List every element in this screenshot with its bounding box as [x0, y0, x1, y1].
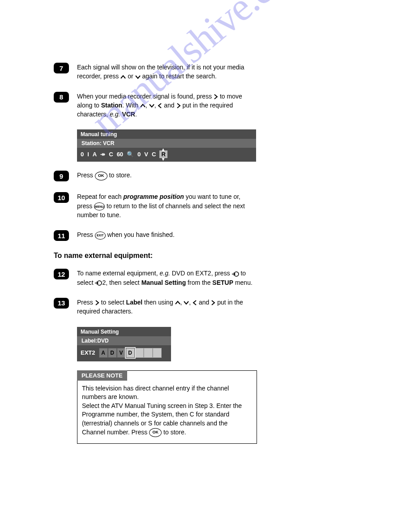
cell: V	[117, 348, 126, 358]
step-12: 12 To name external equipment, e.g. DVD …	[54, 269, 357, 287]
panel-title: Manual Setting	[77, 327, 171, 336]
text: To name external equipment,	[77, 270, 159, 277]
step-7: 7 Each signal will show on the televisio…	[54, 63, 357, 81]
text: for cable channels and the	[154, 420, 227, 427]
text: when you have finished.	[107, 231, 175, 238]
up-chevron-icon	[120, 75, 126, 79]
text: DVD on EXT2, press	[172, 270, 232, 277]
step-number: 12	[54, 269, 69, 279]
cell: C	[109, 151, 113, 158]
text: to store.	[163, 429, 186, 436]
step-number: 10	[54, 192, 69, 203]
step-text: When your media recorder signal is found…	[77, 92, 256, 119]
text: Press	[77, 299, 95, 306]
input-icon	[232, 271, 239, 277]
text: then using	[144, 299, 175, 306]
text: to store.	[109, 172, 132, 179]
section-heading: To name external equipment:	[54, 252, 357, 260]
step-11: 11 Press EXIT when you have finished.	[54, 230, 357, 241]
text-bold-italic: Step 3	[195, 402, 213, 409]
down-chevron-icon	[135, 75, 141, 79]
note-heading: PLEASE NOTE	[77, 370, 127, 381]
step-text: Each signal will show on the television,…	[77, 63, 256, 81]
panel-cells: A D V D	[99, 348, 162, 358]
cell: 60	[117, 151, 123, 158]
cell-selected: ▲ R ▼	[159, 150, 167, 158]
text-bold: SETUP	[212, 279, 233, 286]
manual-page: manualshive.com 7 Each signal will show …	[0, 0, 411, 480]
step-13: 13 Press to select Label then using , , …	[54, 298, 357, 316]
text: or	[128, 73, 135, 80]
text-bold: Station	[101, 102, 122, 109]
step-text: Repeat for each programme position you w…	[77, 192, 256, 219]
cell: I	[87, 151, 89, 158]
text: This television has direct channel entry…	[82, 385, 229, 401]
please-note-box: PLEASE NOTE This television has direct c…	[77, 370, 257, 444]
cell: V	[144, 151, 148, 158]
text-bold: System	[151, 411, 172, 418]
ok-button-icon: OK	[149, 428, 162, 437]
text: Select the	[82, 402, 111, 409]
text: , the	[137, 411, 151, 418]
text: ,	[146, 102, 149, 109]
cell: C	[152, 151, 156, 158]
cell: A	[93, 151, 97, 158]
step-10: 10 Repeat for each programme position yo…	[54, 192, 357, 219]
text: . With	[122, 102, 140, 109]
panel-row: 0 I A ↠ C 60 🔍 0 V C ▲ R ▼	[77, 148, 256, 162]
arrow-icon: ↠	[100, 151, 105, 158]
panel-subtitle: Station: VCR	[77, 139, 256, 148]
step-text: Press EXIT when you have finished.	[77, 230, 256, 239]
step-9: 9 Press OK to store.	[54, 171, 357, 181]
step-8: 8 When your media recorder signal is fou…	[54, 92, 357, 119]
right-chevron-icon	[176, 103, 181, 108]
text: menu.	[235, 279, 253, 286]
text: number. Press	[107, 429, 149, 436]
cell-empty	[144, 348, 153, 358]
down-chevron-icon	[184, 300, 189, 305]
text-bold: VCR	[122, 111, 135, 118]
text: screen in	[167, 402, 195, 409]
text-italic: e.g.	[110, 111, 120, 118]
text: ,	[189, 299, 193, 306]
text-bold: C	[189, 411, 194, 418]
text: .	[135, 111, 137, 118]
step-number: 8	[54, 92, 69, 103]
text: again to restart the search.	[142, 73, 217, 80]
step-number: 9	[54, 171, 69, 181]
panel-left-label: EXT2	[81, 349, 95, 356]
down-chevron-icon	[149, 103, 154, 108]
up-chevron-icon	[140, 103, 146, 108]
cell-empty	[135, 348, 144, 358]
text-bold: Programme number	[82, 411, 137, 418]
text-italic: e.g.	[159, 270, 170, 277]
text: to select	[101, 299, 126, 306]
step-text: Press to select Label then using , , and…	[77, 298, 256, 316]
manual-setting-panel: Manual Setting Label:DVD EXT2 A D V D	[77, 327, 171, 361]
left-chevron-icon	[193, 300, 197, 305]
step-number: 7	[54, 63, 69, 73]
step-number: 13	[54, 298, 69, 309]
text: , then	[172, 411, 190, 418]
panel-title: Manual tuning	[77, 129, 256, 139]
input-icon	[95, 280, 102, 286]
text: ,	[180, 299, 184, 306]
cell: A	[99, 348, 108, 358]
text: When your media recorder signal is found…	[77, 93, 214, 100]
cell-selected: D	[126, 348, 135, 358]
text: Press	[77, 172, 95, 179]
search-icon: 🔍	[127, 151, 134, 158]
text-bold: Label	[126, 299, 143, 306]
text-bold: ATV Manual Tuning	[111, 402, 166, 409]
right-chevron-icon	[211, 300, 215, 305]
text: and	[197, 299, 211, 306]
step-text: Press OK to store.	[77, 171, 256, 180]
cell: 0	[137, 151, 141, 158]
right-chevron-icon	[214, 94, 218, 99]
step-text: To name external equipment, e.g. DVD on …	[77, 269, 256, 287]
text: . Enter the	[213, 402, 242, 409]
text: ,	[154, 102, 158, 109]
step-number: 11	[54, 230, 69, 241]
cell: D	[108, 348, 117, 358]
text: from the	[188, 279, 212, 286]
